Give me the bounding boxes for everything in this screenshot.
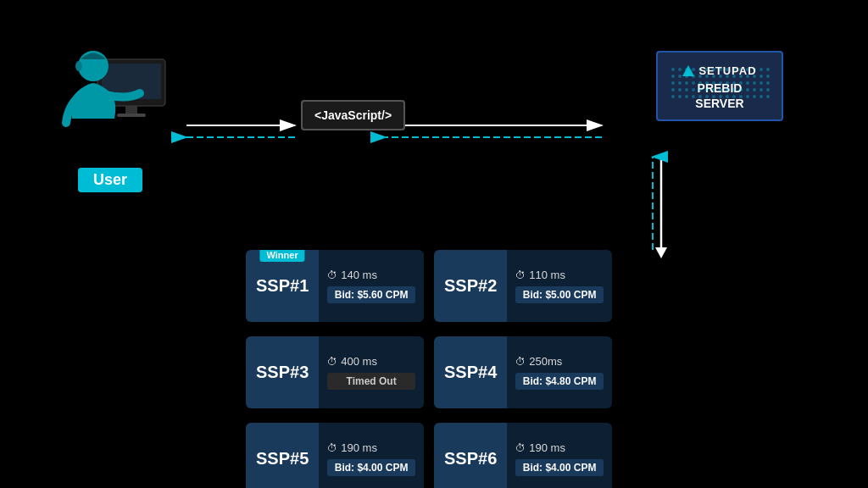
ssp5-bid: Bid: $4.00 CPM: [327, 459, 415, 476]
ssp4-time: ⏱ 250ms: [515, 355, 604, 368]
svg-point-88: [746, 95, 749, 98]
ssp-item-3: SSP#3 ⏱ 400 ms Timed Out: [246, 336, 424, 408]
server-logo-text: SETUPAD: [698, 64, 756, 77]
svg-point-91: [766, 95, 770, 98]
svg-point-87: [739, 95, 743, 98]
ssp6-label: SSP#6: [434, 423, 507, 488]
svg-point-89: [753, 95, 756, 98]
svg-point-90: [760, 95, 763, 98]
ssp5-name: SSP#5: [256, 449, 309, 469]
svg-point-56: [732, 81, 736, 85]
user-label: User: [78, 168, 142, 192]
ssp2-name: SSP#2: [444, 276, 497, 296]
svg-point-64: [685, 88, 688, 92]
svg-point-78: [678, 95, 682, 98]
ssp1-info: ⏱ 140 ms Bid: $5.60 CPM: [319, 250, 424, 322]
svg-point-81: [698, 95, 702, 98]
server-box: dots: [656, 51, 783, 121]
svg-point-50: [692, 81, 695, 85]
ssp5-info: ⏱ 190 ms Bid: $4.00 CPM: [319, 423, 424, 488]
svg-point-67: [705, 88, 709, 92]
svg-point-63: [678, 88, 682, 92]
user-figure-svg: [42, 34, 178, 169]
user-area: User: [25, 34, 195, 192]
svg-point-57: [739, 81, 743, 85]
ssp5-time: ⏱ 190 ms: [327, 441, 415, 454]
svg-point-84: [719, 95, 722, 98]
svg-point-76: [766, 88, 770, 92]
ssp4-bid: Bid: $4.80 CPM: [515, 373, 604, 390]
ssp3-label: SSP#3: [246, 336, 319, 408]
svg-point-72: [739, 88, 743, 92]
clock-icon-6: ⏱: [515, 442, 526, 454]
svg-point-80: [692, 95, 695, 98]
ssp1-bid: Bid: $5.60 CPM: [327, 286, 415, 303]
svg-rect-14: [117, 114, 146, 117]
ssp-item-6: SSP#6 ⏱ 190 ms Bid: $4.00 CPM: [434, 423, 612, 488]
svg-point-73: [746, 88, 749, 92]
ssp4-label: SSP#4: [434, 336, 507, 408]
ssp3-time: ⏱ 400 ms: [327, 355, 415, 368]
ssp-item-1: Winner SSP#1 ⏱ 140 ms Bid: $5.60 CPM: [246, 250, 424, 322]
ssp3-info: ⏱ 400 ms Timed Out: [319, 336, 424, 408]
ssp-item-5: SSP#5 ⏱ 190 ms Bid: $4.00 CPM: [246, 423, 424, 488]
svg-point-55: [726, 81, 729, 85]
svg-point-86: [732, 95, 736, 98]
svg-point-71: [732, 88, 736, 92]
svg-point-70: [726, 88, 729, 92]
svg-point-47: [671, 81, 675, 85]
ssp3-bid: Timed Out: [327, 373, 415, 390]
svg-marker-9: [655, 247, 667, 258]
ssp6-bid: Bid: $4.00 CPM: [515, 459, 604, 476]
svg-point-61: [766, 81, 770, 85]
svg-point-16: [75, 61, 82, 71]
clock-icon-1: ⏱: [327, 269, 337, 281]
ssp1-time: ⏱ 140 ms: [327, 269, 415, 281]
clock-icon-3: ⏱: [327, 356, 337, 368]
svg-point-51: [698, 81, 702, 85]
ssp3-name: SSP#3: [256, 363, 309, 382]
svg-point-74: [753, 88, 756, 92]
svg-point-53: [712, 81, 715, 85]
clock-icon-4: ⏱: [515, 356, 526, 368]
ssp-item-4: SSP#4 ⏱ 250ms Bid: $4.80 CPM: [434, 336, 612, 408]
ssp1-label: Winner SSP#1: [246, 250, 319, 322]
server-logo: SETUPAD: [666, 64, 773, 77]
clock-icon-5: ⏱: [327, 442, 337, 454]
ssp6-info: ⏱ 190 ms Bid: $4.00 CPM: [507, 423, 612, 488]
svg-point-58: [746, 81, 749, 85]
ssp-grid: Winner SSP#1 ⏱ 140 ms Bid: $5.60 CPM SSP…: [246, 250, 612, 488]
svg-point-62: [671, 88, 675, 92]
ssp2-time: ⏱ 110 ms: [515, 269, 604, 281]
svg-point-48: [678, 81, 682, 85]
diagram: User <JavaScript/> dots: [0, 0, 868, 488]
ssp4-name: SSP#4: [444, 363, 497, 382]
svg-point-83: [712, 95, 715, 98]
ssp-item-2: SSP#2 ⏱ 110 ms Bid: $5.00 CPM: [434, 250, 612, 322]
svg-point-79: [685, 95, 688, 98]
svg-rect-13: [125, 106, 137, 114]
ssp6-time: ⏱ 190 ms: [515, 441, 604, 454]
ssp4-info: ⏱ 250ms Bid: $4.80 CPM: [507, 336, 612, 408]
ssp2-label: SSP#2: [434, 250, 507, 322]
ssp6-name: SSP#6: [444, 449, 497, 469]
ssp2-bid: Bid: $5.00 CPM: [515, 286, 604, 303]
svg-point-68: [712, 88, 715, 92]
svg-point-59: [753, 81, 756, 85]
svg-point-65: [692, 88, 695, 92]
server-triangle-icon: [682, 65, 694, 76]
svg-point-60: [760, 81, 763, 85]
svg-point-69: [719, 88, 722, 92]
svg-point-54: [719, 81, 722, 85]
svg-point-52: [705, 81, 709, 85]
svg-point-82: [705, 95, 709, 98]
ssp1-name: SSP#1: [256, 276, 309, 296]
svg-point-77: [671, 95, 675, 98]
winner-badge: Winner: [260, 250, 305, 262]
js-box: <JavaScript/>: [301, 100, 405, 130]
ssp5-label: SSP#5: [246, 423, 319, 488]
svg-point-66: [698, 88, 702, 92]
svg-point-49: [685, 81, 688, 85]
clock-icon-2: ⏱: [515, 269, 526, 281]
ssp2-info: ⏱ 110 ms Bid: $5.00 CPM: [507, 250, 612, 322]
